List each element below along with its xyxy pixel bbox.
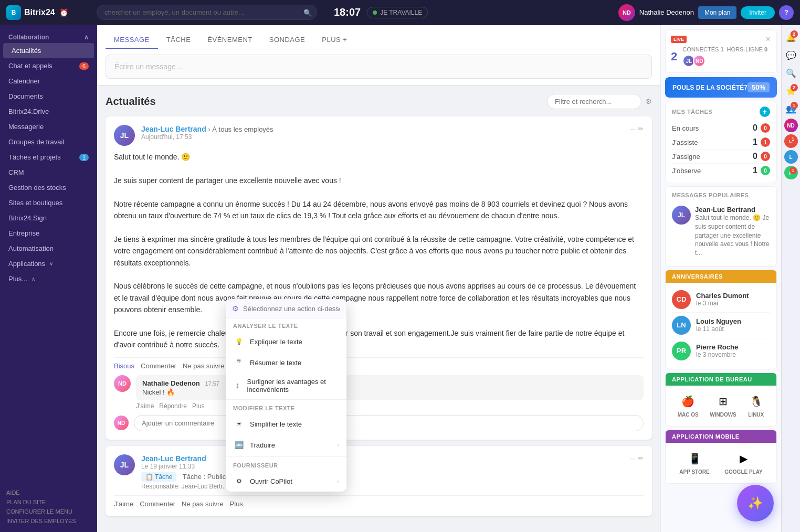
action-bisous[interactable]: Bisous <box>114 362 134 370</box>
search-icon[interactable]: 🔍 <box>303 8 312 16</box>
comment-input[interactable] <box>134 415 644 431</box>
comment-action-repondre[interactable]: Répondre <box>159 402 187 410</box>
logo[interactable]: B Bitrix24 ⏰ <box>6 5 90 20</box>
action-plus-2[interactable]: Plus <box>230 500 243 508</box>
tab-evenement[interactable]: ÉVÉNEMENT <box>199 31 260 49</box>
sidebar-item-calendrier[interactable]: Calendrier <box>0 73 97 89</box>
mobile-app-title: APPLICATION MOBILE <box>666 430 776 443</box>
post-options-2[interactable]: ··· ✏ <box>630 454 644 462</box>
sidebar-item-entreprise[interactable]: Entreprise <box>0 226 97 241</box>
tasks-add-button[interactable]: + <box>760 107 770 117</box>
sidebar-link-inviter[interactable]: INVITER DES EMPLOYÉS <box>6 516 91 526</box>
copilot-item-simplifier[interactable]: ☀ Simplifier le texte <box>226 413 346 434</box>
copilot-item-ouvrir[interactable]: ⚙ Ouvrir CoPilot › <box>226 471 346 492</box>
app-linux[interactable]: 🐧 LINUX <box>748 393 764 418</box>
app-appstore[interactable]: 📱 APP STORE <box>679 450 709 475</box>
far-right-avatar-4[interactable]: P1 <box>784 166 798 179</box>
copilot-section-fournisseur: FOURNISSEUR <box>226 458 346 471</box>
composer-input[interactable]: Écrire un message ... <box>106 55 652 79</box>
far-right-search-icon[interactable]: 🔍 <box>783 65 799 81</box>
tab-sondage[interactable]: SONDAGE <box>261 31 314 49</box>
far-right-star-icon[interactable]: ⭐2 <box>783 83 799 99</box>
close-live-icon[interactable]: ✕ <box>765 35 771 43</box>
app-macos[interactable]: 🍎 MAC OS <box>678 393 699 418</box>
far-right-bell-icon[interactable]: 🔔2 <box>783 29 799 45</box>
sidebar-item-crm[interactable]: CRM <box>0 165 97 180</box>
search-bar[interactable]: 🔍 <box>97 5 317 20</box>
far-right-chat-icon[interactable]: 💬 <box>783 47 799 63</box>
feed-title: Actualités <box>106 95 156 108</box>
feed-settings-icon[interactable]: ⚙ <box>646 98 652 105</box>
post-options-1[interactable]: ··· ✏ <box>630 125 644 133</box>
copilot-search-input[interactable] <box>243 305 340 313</box>
copilot-divider-1 <box>226 399 346 400</box>
sidebar-item-chat[interactable]: Chat et appels6 <box>0 58 97 73</box>
popular-message-item[interactable]: JL Jean-Luc Bertrand Salut tout le monde… <box>672 203 770 261</box>
status-badge[interactable]: JE TRAVAILLE <box>367 7 428 18</box>
sidebar-item-groupes[interactable]: Groupes de travail <box>0 134 97 150</box>
tab-tache[interactable]: TÂCHE <box>158 31 199 49</box>
sidebar-item-documents[interactable]: Documents <box>0 89 97 104</box>
sidebar-item-actualites[interactable]: Actualités <box>3 43 94 58</box>
post-author-1[interactable]: Jean-Luc Bertrand <box>141 125 206 133</box>
sidebar-item-messagerie[interactable]: Messagerie <box>0 119 97 134</box>
app-windows[interactable]: ⊞ WINDOWS <box>710 393 736 418</box>
sidebar-item-sites[interactable]: Sites et boutiques <box>0 195 97 210</box>
sidebar-item-stocks[interactable]: Gestion des stocks <box>0 180 97 195</box>
action-commenter-2[interactable]: Commenter <box>140 500 175 508</box>
post-author-2[interactable]: Jean-Luc Bertrand <box>141 454 206 463</box>
floating-deco-button[interactable]: ✨ <box>737 485 774 522</box>
sidebar-item-taches[interactable]: Tâches et projets1 <box>0 150 97 165</box>
sidebar-item-sign[interactable]: Bitrix24.Sign <box>0 210 97 226</box>
far-right-users-icon[interactable]: 👥1 <box>783 101 799 116</box>
tasks-section-title: MES TÂCHES + <box>672 107 770 117</box>
comment-action-plus[interactable]: Plus <box>192 402 204 410</box>
sidebar-item-automatisation[interactable]: Automatisation <box>0 241 97 256</box>
post-content-1: Salut tout le monde. 🙂 Je suis super con… <box>114 151 644 351</box>
comment-author-1[interactable]: Nathalie Dedenon <box>142 379 200 387</box>
plan-button[interactable]: Mon plan <box>698 6 736 19</box>
sidebar-item-drive[interactable]: Bitrix24.Drive <box>0 104 97 119</box>
far-right-avatar-3[interactable]: L <box>784 150 798 164</box>
sidebar-item-applications[interactable]: Applications∨ <box>0 256 97 271</box>
task-tag[interactable]: 📋 Tâche <box>141 472 176 482</box>
action-commenter[interactable]: Commenter <box>141 362 176 370</box>
sidebar-link-plan[interactable]: PLAN DU SITE <box>6 497 91 507</box>
sidebar-link-config[interactable]: CONFIGURER LE MENU <box>6 507 91 516</box>
right-panel: LIVE ✕ 2 CONNECTÉS 1 HORS-LIGNE 0 JL ND <box>660 25 781 532</box>
tab-message[interactable]: MESSAGE <box>106 31 158 49</box>
sidebar-item-plus[interactable]: Plus...∧ <box>0 271 97 286</box>
birthday-avatar-louis: LN <box>672 316 691 335</box>
logo-clock-icon: ⏰ <box>59 8 68 17</box>
action-jaime-2[interactable]: J'aime <box>114 500 133 508</box>
search-input[interactable] <box>97 5 317 20</box>
star-badge: 2 <box>791 84 798 91</box>
task-row-jobserve: J'observe 1 0 <box>672 164 770 177</box>
copilot-item-traduire[interactable]: 🔤 Traduire › <box>226 434 346 455</box>
copilot-item-surligner[interactable]: ↕ Surligner les avantages et inconvénien… <box>226 373 346 398</box>
comment-action-jaime[interactable]: J'aime <box>136 402 154 410</box>
comment-bubble-1: Nathalie Dedenon 17:57 Nickel ! 🔥 <box>136 375 644 400</box>
birthday-charles: CD Charles Dumont le 3 mai <box>672 287 770 313</box>
far-right-avatar-1[interactable]: ND <box>784 119 798 132</box>
action-ne-pas-suivre[interactable]: Ne pas suivre <box>183 362 224 370</box>
tab-plus[interactable]: PLUS + <box>313 31 355 49</box>
action-ne-pas-suivre-2[interactable]: Ne pas suivre <box>182 500 223 508</box>
invite-button[interactable]: Inviter <box>741 6 775 19</box>
far-right-avatar-2[interactable]: C1 <box>784 134 798 148</box>
comment-actions-1: J'aime Répondre Plus <box>136 402 644 410</box>
live-block: LIVE ✕ 2 CONNECTÉS 1 HORS-LIGNE 0 JL ND <box>665 29 777 73</box>
copilot-item-expliquer[interactable]: 💡 Expliquer le texte <box>226 331 346 352</box>
feed-search-input[interactable] <box>547 94 641 109</box>
desktop-app-section: APPLICATION DE BUREAU 🍎 MAC OS ⊞ WINDOWS… <box>665 373 777 427</box>
copilot-item-resumer[interactable]: ❞ Résumer le texte <box>226 352 346 373</box>
sidebar-collaboration-label[interactable]: Collaboration ∧ <box>0 29 97 43</box>
sidebar-link-aide[interactable]: AIDE <box>6 488 91 497</box>
app-googleplay[interactable]: ▶ GOOGLE PLAY <box>724 450 762 475</box>
appstore-icon: 📱 <box>686 450 703 467</box>
status-dot <box>373 10 377 15</box>
help-button[interactable]: ? <box>779 5 794 20</box>
pouls-block[interactable]: POULS DE LA SOCIÉTÉ 7 50% <box>665 77 777 98</box>
surligner-icon: ↕ <box>233 380 242 391</box>
user-name[interactable]: Nathalie Dedenon <box>639 8 694 16</box>
